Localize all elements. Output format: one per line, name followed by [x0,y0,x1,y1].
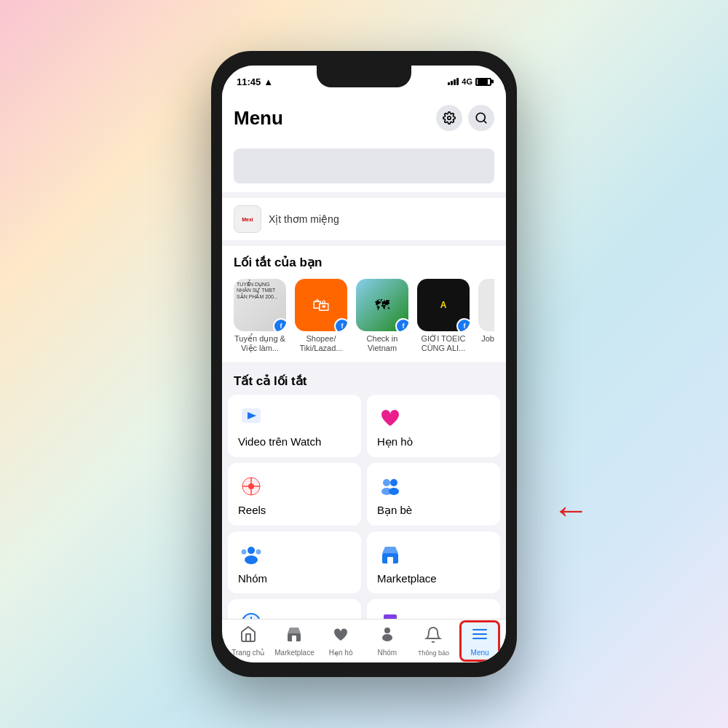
mexi-logo: Mexi [234,205,261,233]
svg-point-10 [390,479,397,486]
svg-point-16 [256,550,261,555]
nav-dating[interactable]: Hẹn hò [320,625,361,657]
svg-line-2 [483,120,486,122]
nav-dating-label: Hẹn hò [329,649,353,657]
shortcut-thumb-3: 🗺 f [356,279,408,331]
memories-icon [238,609,264,619]
menu-card-memories[interactable]: Kỷ niệm [228,599,361,619]
shortcut-thumb-5: 💼 f [478,279,494,331]
nav-home[interactable]: Trang chủ [228,625,269,657]
nav-menu-label: Menu [471,649,489,657]
shortcut-item-5[interactable]: 💼 f Job Interns... [478,279,494,353]
svg-point-14 [245,555,258,564]
nav-marketplace-label: Marketplace [274,649,314,657]
shortcut-label-3: Check in Vietnam [356,334,408,353]
svg-point-12 [389,488,399,495]
shortcut-item-2[interactable]: 🛍 f Shopee/ Tiki/Lazad... [295,279,347,353]
dating-label: Hẹn hò [377,435,490,448]
bottom-nav: Trang chủ Marketplace Hẹ [222,619,506,662]
shortcut-thumb-4: A f [417,279,470,331]
menu-card-dating[interactable]: Hẹn hò [367,395,500,457]
menu-card-reels[interactable]: Reels [228,463,361,526]
friends-icon [377,473,403,499]
status-time: 11:45 ▲ [237,76,273,87]
shortcut-label-2: Shopee/ Tiki/Lazad... [295,334,347,353]
nav-home-label: Trang chủ [232,649,264,657]
profile-banner-bar [234,149,494,183]
nav-marketplace-icon [285,625,303,647]
menu-card-groups[interactable]: Nhóm [228,531,361,593]
menu-card-watch[interactable]: Video trên Watch [228,395,361,457]
header-icons [436,105,494,131]
groups-icon [238,542,264,568]
watch-label: Video trên Watch [238,435,351,448]
reels-label: Reels [238,504,351,516]
main-content: Menu [222,98,506,619]
menu-card-friends[interactable]: Bạn bè [367,463,500,526]
settings-button[interactable] [436,105,462,131]
svg-point-13 [248,547,255,554]
search-button[interactable] [468,105,494,131]
marketplace-icon [377,542,403,568]
svg-point-28 [384,628,390,633]
signal-icon [448,78,459,85]
dating-icon [377,405,403,431]
page-header: Menu [222,98,506,140]
nav-menu-icon [471,625,488,647]
nav-marketplace[interactable]: Marketplace [274,625,314,657]
shortcuts-scroll: TUYỂN DỤNG NHÂN SỰ TMBT SẢN PHẨM 200... … [234,279,494,353]
nav-notifications-icon [424,626,442,648]
svg-point-15 [242,550,247,555]
svg-rect-18 [387,557,393,563]
shortcut-label-1: Tuyển dụng & Việc làm... [234,334,286,353]
home-icon [240,625,257,647]
shortcuts-section: Lối tắt của bạn TUYỂN DỤNG NHÂN SỰ TMBT … [222,246,506,362]
shortcuts-title: Lối tắt của bạn [234,255,494,270]
reels-icon [238,473,264,499]
status-icons: 4G [448,77,491,86]
svg-rect-27 [292,636,296,641]
nav-dating-icon [332,625,349,647]
svg-point-29 [382,634,392,641]
watch-icon [238,405,264,431]
notch [317,66,411,87]
profile-banner [222,140,506,192]
post-row: Mexi Xịt thơm miệng [222,198,506,240]
page-title: Menu [234,107,283,130]
shortcut-item-1[interactable]: TUYỂN DỤNG NHÂN SỰ TMBT SẢN PHẨM 200... … [234,279,286,353]
friends-label: Bạn bè [377,504,490,517]
all-shortcuts-title: Tất cả lối tắt [222,365,506,395]
shortcut-item-4[interactable]: A f GIỚI TOEIC CÙNG ALI... [417,279,470,353]
shortcut-thumb-2: 🛍 f [295,279,347,331]
phone-frame: ← 11:45 ▲ 4G [211,51,517,677]
nav-groups-label: Nhóm [377,649,397,657]
nav-notifications-label: Thông báo [418,649,449,657]
shortcut-label-4: GIỚI TOEIC CÙNG ALI... [417,334,470,353]
menu-grid: Video trên Watch Hẹn hò [222,395,506,619]
saved-icon [377,609,403,619]
svg-point-0 [448,116,451,120]
phone-screen: 11:45 ▲ 4G Menu [222,66,506,662]
shortcut-label-5: Job Interns... [481,334,494,344]
arrow-indicator: ← [552,488,590,531]
nav-groups-icon [379,625,396,647]
svg-point-9 [383,479,390,486]
menu-card-marketplace[interactable]: Marketplace [367,531,500,593]
battery-icon [475,78,491,86]
nav-menu[interactable]: Menu [459,620,500,662]
groups-label: Nhóm [238,572,351,585]
menu-card-saved[interactable]: Đã lưu [367,599,500,619]
nav-notifications[interactable]: Thông báo [413,626,454,657]
post-name: Xịt thơm miệng [269,213,339,225]
shortcut-item-3[interactable]: 🗺 f Check in Vietnam [356,279,408,353]
network-label: 4G [462,77,472,86]
status-bar: 11:45 ▲ 4G [222,66,506,98]
shortcut-thumb-1: TUYỂN DỤNG NHÂN SỰ TMBT SẢN PHẨM 200... … [234,279,286,331]
nav-groups[interactable]: Nhóm [367,625,408,657]
marketplace-label: Marketplace [377,572,490,585]
